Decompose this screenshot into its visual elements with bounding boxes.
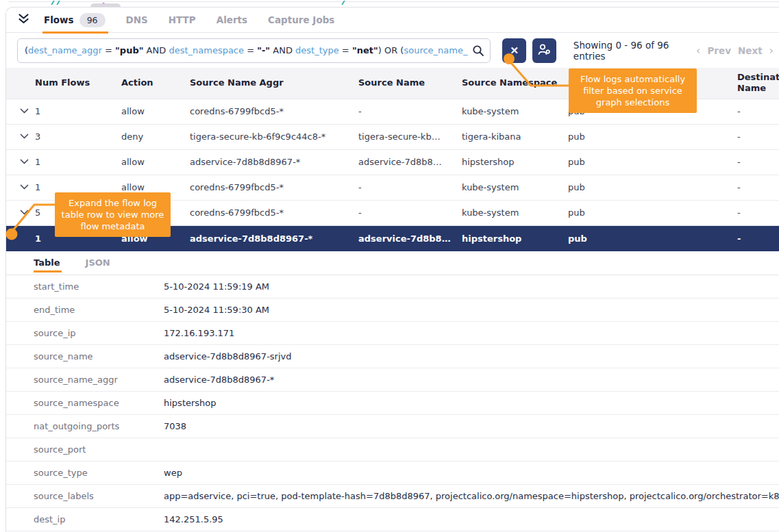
col-header-source-name-aggr: Source Name Aggr [190, 77, 358, 88]
cell-source-namespace: hipstershop [462, 233, 568, 244]
query-token-value: "pub" [115, 45, 143, 55]
cell-dest-name-aggr: pub [568, 157, 737, 167]
tab-label: Capture Jobs [268, 14, 334, 25]
cell-dest-name-aggr: pub [568, 207, 737, 218]
detail-row: start_time 5-10-2024 11:59:19 AM [6, 275, 779, 299]
tab-label: HTTP [169, 14, 196, 25]
detail-key: source_namespace [34, 398, 164, 408]
cell-source-name-aggr: tigera-secure-kb-6f9c9c44c8-* [190, 131, 358, 142]
row-expander[interactable] [20, 207, 35, 218]
cell-destination-name: - [737, 131, 779, 142]
detail-key: source_ip [34, 328, 164, 338]
detail-value: app=adservice, pci=true, pod-template-ha… [164, 491, 779, 501]
prev-button[interactable]: Prev [707, 45, 731, 56]
query-token-value: "net" [352, 45, 378, 55]
user-settings-button[interactable] [532, 38, 556, 63]
detail-key: start_time [34, 281, 164, 292]
flow-table-row[interactable]: 3 deny tigera-secure-kb-6f9c9c44c8-* tig… [6, 125, 779, 150]
pagination-summary: Showing 0 - 96 of 96 entries [573, 40, 696, 62]
tab-flows[interactable]: Flows 96 [44, 8, 106, 33]
cutoff-top-fragments [0, 0, 779, 7]
chevron-down-icon [20, 157, 29, 167]
chevron-down-icon [20, 182, 29, 192]
row-expander[interactable] [20, 182, 35, 192]
cell-source-name-aggr: coredns-6799fbcd5-* [190, 207, 358, 218]
tab-dns[interactable]: DNS [126, 8, 148, 33]
cell-action: allow [121, 106, 190, 116]
cell-destination-name: - [737, 157, 779, 167]
cell-destination-name: - [737, 207, 779, 218]
tooltip-filter-info: Flow logs automatically filter based on … [569, 68, 697, 113]
collapse-panel-button[interactable] [17, 13, 30, 27]
detail-row: source_ip 172.16.193.171 [6, 322, 779, 345]
person-gear-icon [537, 43, 552, 58]
cell-source-namespace: hipstershop [462, 157, 568, 167]
query-token-op: = [244, 45, 257, 55]
query-input[interactable]: (dest_name_aggr = "pub" AND dest_namespa… [17, 38, 491, 63]
cell-num-flows: 1 [35, 182, 121, 192]
chevron-down-icon [20, 106, 29, 116]
log-type-tabbar: Flows 96 DNS HTTP Alerts Capture Jobs [6, 8, 779, 33]
detail-row: source_name adservice-7d8b8d8967-srjvd [6, 345, 779, 368]
col-header-destination-name: Destination Name [737, 72, 779, 94]
clear-filter-button[interactable]: ✕ [502, 38, 526, 63]
detail-value: wep [164, 468, 779, 478]
detail-value: adservice-7d8b8d8967-* [164, 375, 779, 385]
detail-value: 142.251.5.95 [164, 514, 779, 524]
cell-source-name: - [358, 207, 462, 218]
cell-source-namespace: tigera-kibana [462, 131, 568, 142]
query-token-value: "-" [257, 45, 270, 55]
detail-key: end_time [34, 305, 164, 315]
tab-http[interactable]: HTTP [169, 8, 196, 33]
query-token-field: dest_namespace [169, 45, 244, 55]
tab-alerts[interactable]: Alerts [217, 8, 247, 33]
detail-row: source_port [6, 438, 779, 461]
cell-source-namespace: kube-system [462, 207, 568, 218]
col-header-num-flows: Num Flows [35, 77, 121, 88]
cell-num-flows: 1 [35, 106, 121, 116]
row-expander[interactable] [20, 131, 35, 142]
detail-row: nat_outgoing_ports 7038 [6, 415, 779, 438]
detail-key: source_port [34, 444, 164, 455]
detail-tabbar: Table JSON [6, 251, 779, 275]
detail-key: source_labels [34, 491, 164, 501]
tab-capture-jobs[interactable]: Capture Jobs [268, 8, 334, 33]
tab-label: DNS [126, 14, 148, 25]
col-header-action: Action [121, 77, 190, 88]
next-button[interactable]: Next [738, 45, 763, 56]
query-token-op: = [339, 45, 352, 55]
cell-source-name-aggr: coredns-6799fbcd5-* [190, 106, 358, 116]
detail-key: source_name_aggr [34, 375, 164, 385]
cell-destination-name: - [737, 106, 779, 116]
row-expander[interactable] [20, 106, 35, 116]
col-header-source-namespace: Source Namespace [462, 77, 568, 88]
query-token-field: dest_type [295, 45, 339, 55]
cell-destination-name: - [737, 182, 779, 192]
tabs-container: Flows 96 DNS HTTP Alerts Capture Jobs [44, 8, 355, 33]
flow-table-row[interactable]: 1 allow adservice-7d8b8d8967-* adservice… [6, 150, 779, 175]
cell-source-name: - [358, 106, 462, 116]
query-token-op: = [102, 45, 115, 55]
col-header-source-name: Source Name [358, 77, 462, 88]
cell-source-name-aggr: adservice-7d8b8d8967-* [190, 233, 358, 244]
cell-source-name-aggr: adservice-7d8b8d8967-* [190, 157, 358, 167]
tab-label: Flows [44, 14, 74, 25]
cell-source-namespace: kube-system [462, 182, 568, 192]
cell-dest-name-aggr: pub [568, 233, 737, 244]
detail-row: source_type wep [6, 461, 779, 485]
tooltip-expand-row-info: Expand the flow log table row to view mo… [55, 192, 171, 237]
chevron-down-icon [20, 207, 29, 218]
detail-tab-json[interactable]: JSON [86, 251, 110, 275]
detail-row: source_namespace hipstershop [6, 392, 779, 415]
search-icon[interactable] [468, 40, 489, 61]
flows-count-badge: 96 [79, 13, 106, 27]
cell-num-flows: 3 [35, 131, 121, 142]
detail-value: hipstershop [164, 398, 779, 408]
detail-table: start_time 5-10-2024 11:59:19 AM end_tim… [6, 275, 779, 531]
flow-logs-page: Flows 96 DNS HTTP Alerts Capture Jobs (d… [0, 0, 779, 532]
cell-dest-name-aggr: pub [568, 182, 737, 192]
detail-tab-table[interactable]: Table [34, 251, 60, 275]
detail-row: source_labels app=adservice, pci=true, p… [6, 485, 779, 508]
row-expander[interactable] [20, 157, 35, 167]
cell-source-name: - [358, 182, 462, 192]
